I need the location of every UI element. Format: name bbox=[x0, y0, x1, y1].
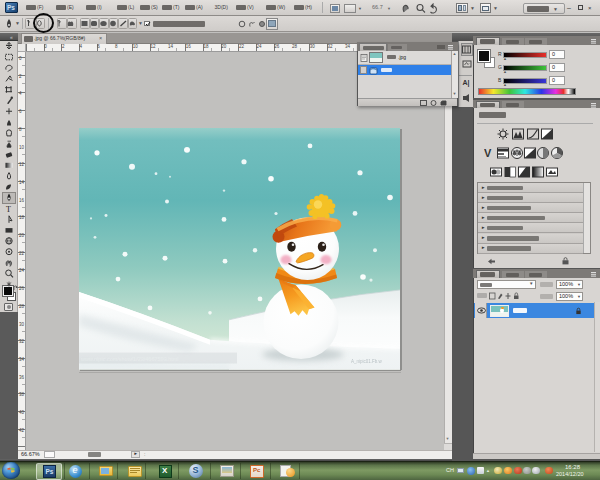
svg-text:www.nipic.com/show/1/23/466759: www.nipic.com/show/1/23/4667593.html bbox=[80, 356, 179, 362]
svg-text:V: V bbox=[484, 147, 492, 159]
svg-text:A_nipic01.Fb.w: A_nipic01.Fb.w bbox=[351, 359, 382, 364]
svg-text:T: T bbox=[6, 205, 11, 214]
